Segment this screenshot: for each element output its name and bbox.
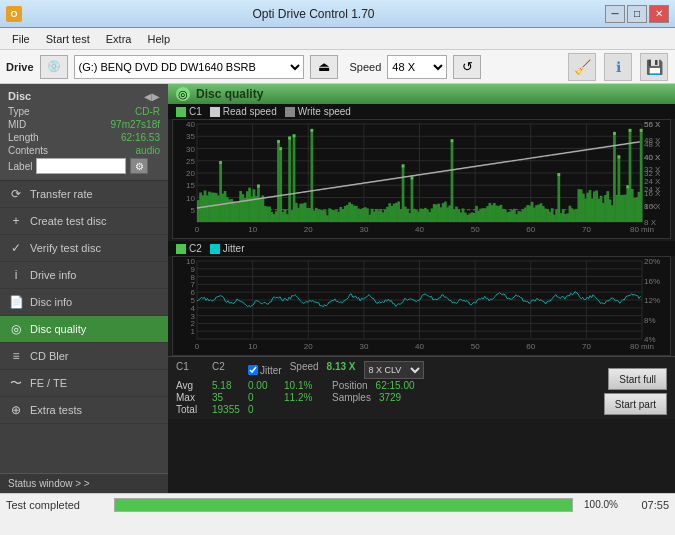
sidebar-item-disc-quality[interactable]: ◎ Disc quality [0, 316, 168, 343]
legend-jitter: Jitter [210, 243, 245, 254]
refresh-button[interactable]: ↺ [453, 55, 481, 79]
app-title: Opti Drive Control 1.70 [22, 7, 605, 21]
sidebar-item-fe-te[interactable]: 〜 FE / TE [0, 370, 168, 397]
maximize-button[interactable]: □ [627, 5, 647, 23]
status-time: 07:55 [629, 499, 669, 511]
fe-te-icon: 〜 [8, 375, 24, 391]
contents-label: Contents [8, 145, 48, 156]
legend-c1: C1 [176, 106, 202, 117]
lower-chart-container [172, 256, 671, 356]
mid-value: 97m27s18f [111, 119, 160, 130]
sidebar-item-cd-bler[interactable]: ≡ CD Bler [0, 343, 168, 370]
sidebar-item-label-cd-bler: CD Bler [30, 350, 69, 362]
menu-start-test[interactable]: Start test [38, 31, 98, 47]
sidebar-item-label-transfer-rate: Transfer rate [30, 188, 93, 200]
disc-quality-header: ◎ Disc quality [168, 84, 675, 104]
disc-arrows: ◀▶ [144, 91, 160, 102]
position-label: Position [332, 380, 368, 391]
speed-value-stat: 8.13 X [327, 361, 356, 379]
total-label: Total [176, 404, 204, 415]
info-button[interactable]: ℹ [604, 53, 632, 81]
speed-label-stat: Speed [290, 361, 319, 379]
mid-label: MID [8, 119, 26, 130]
stats-table: C1 C2 Jitter Speed 8.13 X 8 X CLV A [176, 361, 667, 415]
sidebar-item-extra-tests[interactable]: ⊕ Extra tests [0, 397, 168, 424]
legend-read-speed: Read speed [210, 106, 277, 117]
menu-file[interactable]: File [4, 31, 38, 47]
jitter-checkbox[interactable] [248, 365, 258, 375]
sidebar-item-create-test-disc[interactable]: + Create test disc [0, 208, 168, 235]
upper-chart-container [172, 119, 671, 239]
progress-text: 100.0% [581, 499, 621, 510]
close-button[interactable]: ✕ [649, 5, 669, 23]
read-speed-legend-box [210, 107, 220, 117]
length-label: Length [8, 132, 39, 143]
verify-icon: ✓ [8, 240, 24, 256]
total-c2: 0 [248, 404, 276, 415]
c2-legend-label: C2 [189, 243, 202, 254]
type-label: Type [8, 106, 30, 117]
menu-help[interactable]: Help [139, 31, 178, 47]
menu-extra[interactable]: Extra [98, 31, 140, 47]
extra-tests-icon: ⊕ [8, 402, 24, 418]
title-bar: O Opti Drive Control 1.70 ─ □ ✕ [0, 0, 675, 28]
progress-bar [114, 498, 573, 512]
label-input[interactable] [36, 158, 126, 174]
disc-quality-header-icon: ◎ [176, 87, 190, 101]
save-button[interactable]: 💾 [640, 53, 668, 81]
label-label: Label [8, 161, 32, 172]
write-speed-legend-label: Write speed [298, 106, 351, 117]
drive-info-icon: i [8, 267, 24, 283]
disc-info-panel: Disc ◀▶ Type CD-R MID 97m27s18f Length 6… [0, 84, 168, 181]
avg-c2: 0.00 [248, 380, 276, 391]
clv-select[interactable]: 8 X CLV [364, 361, 424, 379]
sidebar-item-label-extra-tests: Extra tests [30, 404, 82, 416]
sidebar-item-verify-test-disc[interactable]: ✓ Verify test disc [0, 235, 168, 262]
start-full-button[interactable]: Start full [608, 368, 667, 390]
sidebar-item-transfer-rate[interactable]: ⟳ Transfer rate [0, 181, 168, 208]
max-jitter: 11.2% [284, 392, 324, 403]
sidebar-item-drive-info[interactable]: i Drive info [0, 262, 168, 289]
drive-label: Drive [6, 61, 34, 73]
type-value: CD-R [135, 106, 160, 117]
disc-quality-icon: ◎ [8, 321, 24, 337]
label-gear-button[interactable]: ⚙ [130, 158, 148, 174]
speed-select[interactable]: 48 X [387, 55, 447, 79]
transfer-rate-icon: ⟳ [8, 186, 24, 202]
minimize-button[interactable]: ─ [605, 5, 625, 23]
c1-header: C1 [176, 361, 204, 379]
eject-button[interactable]: ⏏ [310, 55, 338, 79]
start-part-button[interactable]: Start part [604, 393, 667, 415]
position-value: 62:15.00 [376, 380, 415, 391]
max-label: Max [176, 392, 204, 403]
sidebar-item-label-verify: Verify test disc [30, 242, 101, 254]
sidebar-item-label-disc-info: Disc info [30, 296, 72, 308]
drive-bar: Drive 💿 (G:) BENQ DVD DD DW1640 BSRB ⏏ S… [0, 50, 675, 84]
sidebar-item-label-drive-info: Drive info [30, 269, 76, 281]
speed-label: Speed [350, 61, 382, 73]
right-panel: ◎ Disc quality C1 Read speed Write speed [168, 84, 675, 493]
c1-legend-box [176, 107, 186, 117]
sidebar-item-label-fe-te: FE / TE [30, 377, 67, 389]
disc-panel-title: Disc [8, 90, 31, 102]
c2-legend-box [176, 244, 186, 254]
drive-select[interactable]: (G:) BENQ DVD DD DW1640 BSRB [74, 55, 304, 79]
avg-label: Avg [176, 380, 204, 391]
progress-bar-fill [115, 499, 572, 511]
length-value: 62:16.53 [121, 132, 160, 143]
drive-icon: 💿 [40, 55, 68, 79]
status-text: Test completed [6, 499, 106, 511]
write-speed-legend-box [285, 107, 295, 117]
lower-chart [173, 257, 670, 355]
eraser-button[interactable]: 🧹 [568, 53, 596, 81]
sidebar-item-disc-info[interactable]: 📄 Disc info [0, 289, 168, 316]
legend-write-speed: Write speed [285, 106, 351, 117]
status-window-button[interactable]: Status window > > [0, 473, 168, 493]
main-content: Disc ◀▶ Type CD-R MID 97m27s18f Length 6… [0, 84, 675, 493]
total-c1: 19355 [212, 404, 240, 415]
create-test-icon: + [8, 213, 24, 229]
disc-quality-title: Disc quality [196, 87, 263, 101]
cd-bler-icon: ≡ [8, 348, 24, 364]
app-icon: O [6, 6, 22, 22]
samples-label: Samples [332, 392, 371, 403]
